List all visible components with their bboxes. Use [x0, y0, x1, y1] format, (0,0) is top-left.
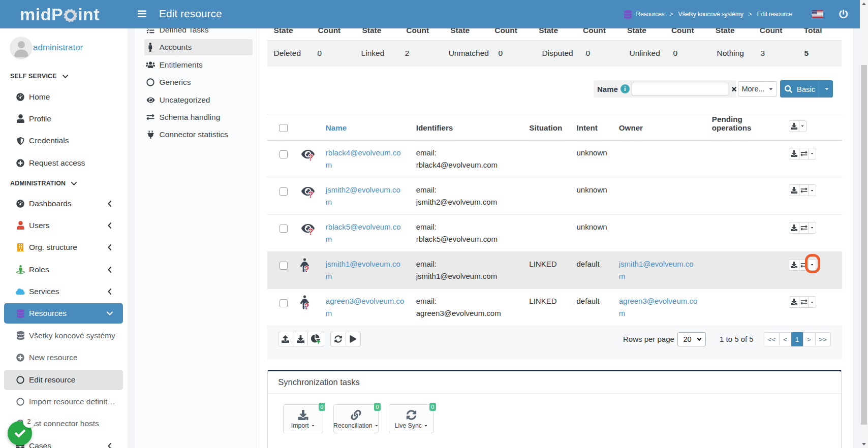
select-all-checkbox[interactable] — [280, 124, 288, 132]
resource-menu-item-generics[interactable]: Generics — [144, 74, 253, 90]
export-caret-button[interactable] — [799, 120, 807, 132]
resource-menu-item-label: Entitlements — [160, 60, 203, 70]
resource-menu-item-schema-handling[interactable]: Schema handling — [144, 109, 253, 125]
menu-toggle-icon[interactable] — [138, 10, 146, 17]
sidebar-section-header[interactable]: ADMINISTRATION — [10, 179, 77, 188]
resource-menu-item-connector-statistics[interactable]: Connector statistics — [144, 126, 253, 143]
row-icon-cell: ? — [290, 140, 319, 177]
paging-range-label: 1 to 5 of 5 — [720, 335, 754, 343]
exchange-button[interactable] — [799, 259, 809, 271]
download-button[interactable] — [293, 332, 308, 347]
row-checkbox[interactable] — [280, 299, 288, 307]
account-owner-link[interactable]: jsmith1@evolveum.com — [619, 260, 694, 280]
refresh-button[interactable] — [330, 332, 346, 347]
avatar[interactable] — [10, 37, 32, 58]
play-button[interactable] — [346, 332, 361, 347]
operations-fab-badge[interactable]: 2 — [23, 415, 35, 428]
account-name-link[interactable]: rblack5@evolveum.com — [326, 222, 401, 243]
sidebar-item-request-access[interactable]: Request access — [4, 153, 123, 173]
clear-search-icon[interactable] — [731, 86, 737, 92]
row-menu-caret-button[interactable] — [809, 184, 816, 196]
first-page-button[interactable]: << — [764, 332, 780, 346]
account-owner-link[interactable]: agreen3@evolveum.com — [619, 297, 697, 317]
upload-icon — [282, 335, 289, 343]
row-checkbox[interactable] — [280, 262, 288, 270]
more-button[interactable]: More... — [738, 81, 777, 97]
user-name-link[interactable]: administrator — [33, 43, 83, 53]
download-button[interactable] — [789, 259, 799, 271]
resource-menu-item-accounts[interactable]: Accounts — [144, 39, 253, 55]
sidebar-item-resources[interactable]: Resources — [4, 303, 123, 324]
breadcrumb-item[interactable]: Edit resource — [757, 11, 792, 18]
breadcrumb-item[interactable]: Resources — [636, 11, 664, 18]
table-footer: Rows per page 20 1 to 5 of 5 <<<1>>> — [267, 326, 842, 360]
summary-state-value: Nothing — [710, 41, 754, 67]
sidebar-item-credentials[interactable]: Credentials — [4, 131, 123, 151]
sidebar-item-org-structure[interactable]: Org. structure — [4, 237, 123, 258]
download-button[interactable] — [789, 296, 799, 308]
last-page-button[interactable]: >> — [815, 332, 831, 346]
account-name-link[interactable]: jsmith1@evolveum.com — [326, 260, 400, 280]
chart-pie-plus-button[interactable] — [307, 332, 324, 347]
breadcrumb-item[interactable]: Všetky koncové systémy — [678, 11, 743, 18]
download-icon — [791, 150, 797, 157]
power-icon[interactable] — [839, 10, 848, 19]
midpoint-logo[interactable]: midP int — [20, 5, 100, 24]
sidebar-item-dashboards[interactable]: Dashboards — [4, 194, 123, 214]
name-sort-link[interactable]: Name — [326, 123, 347, 132]
page-scrollbar[interactable] — [860, 0, 868, 448]
search-input[interactable] — [632, 82, 728, 96]
exchange-button[interactable] — [799, 148, 809, 159]
scrollbar-down-arrow[interactable] — [862, 443, 866, 445]
sidebar-item-profile[interactable]: Profile — [4, 109, 123, 129]
upload-button[interactable] — [278, 332, 293, 347]
exchange-button[interactable] — [799, 296, 809, 308]
sidebar-section-header[interactable]: SELF SERVICE — [10, 72, 69, 81]
info-icon[interactable]: i — [621, 84, 630, 93]
download-button[interactable] — [789, 148, 799, 159]
page-button[interactable]: 1 — [791, 332, 803, 346]
search-mode-caret[interactable] — [820, 80, 833, 98]
search-button[interactable]: Basic — [780, 80, 833, 98]
sidebar-item-v-etky-koncov-syst-my[interactable]: Všetky koncové systémy — [4, 326, 123, 346]
row-checkbox[interactable] — [280, 225, 288, 233]
resource-menu-item-label: Uncategorized — [160, 95, 210, 105]
next-page-button[interactable]: > — [803, 332, 816, 346]
row-menu-caret-button[interactable] — [809, 222, 816, 234]
street-view-icon — [14, 265, 26, 274]
scrollbar-thumb[interactable] — [861, 65, 867, 425]
prev-page-button[interactable]: < — [779, 332, 792, 346]
sync-task-button-import[interactable]: Import0 — [283, 404, 323, 433]
row-menu-caret-button[interactable] — [809, 148, 816, 159]
account-name-link[interactable]: agreen3@evolveum.com — [326, 297, 404, 317]
sidebar-item-services[interactable]: Services — [4, 281, 123, 302]
account-name-link[interactable]: rblack4@evolveum.com — [326, 148, 401, 169]
sync-task-button-reconciliation[interactable]: Reconciliation0 — [333, 404, 379, 433]
sidebar-item-import-resource-definit[interactable]: Import resource definit… — [4, 392, 123, 412]
resource-menu-item-entitlements[interactable]: Entitlements — [144, 57, 253, 73]
sidebar-item-home[interactable]: Home — [4, 87, 123, 107]
rows-per-page-select[interactable]: 20 — [677, 332, 706, 346]
exchange-button[interactable] — [799, 222, 809, 234]
exchange-button[interactable] — [799, 184, 809, 196]
accounts-table: NameIdentifiersSituationIntentOwnerPendi… — [267, 114, 842, 326]
sidebar-item-roles[interactable]: Roles — [4, 260, 123, 280]
us-flag-icon[interactable] — [812, 10, 823, 18]
row-checkbox[interactable] — [280, 150, 288, 158]
download-button[interactable] — [789, 222, 799, 234]
export-button[interactable] — [789, 120, 799, 132]
row-menu-caret-button[interactable] — [809, 296, 816, 308]
scrollbar-up-arrow[interactable] — [862, 3, 866, 5]
sync-task-button-live-sync[interactable]: Live Sync0 — [389, 404, 434, 433]
sidebar-item-new-resource[interactable]: New resource — [4, 347, 123, 368]
resource-menu-item-uncategorized[interactable]: Uncategorized — [144, 92, 253, 108]
shadow-eye-icon: ? — [300, 227, 316, 236]
caret-down-icon — [810, 300, 814, 304]
sidebar-item-users[interactable]: Users — [4, 215, 123, 236]
sidebar-item-edit-resource[interactable]: Edit resource — [4, 370, 123, 390]
row-menu-caret-button[interactable] — [809, 259, 816, 271]
download-button[interactable] — [789, 184, 799, 196]
account-name-link[interactable]: jsmith2@evolveum.com — [326, 185, 400, 206]
row-checkbox[interactable] — [280, 187, 288, 196]
sidebar-item-label: Import resource definit… — [29, 397, 115, 406]
